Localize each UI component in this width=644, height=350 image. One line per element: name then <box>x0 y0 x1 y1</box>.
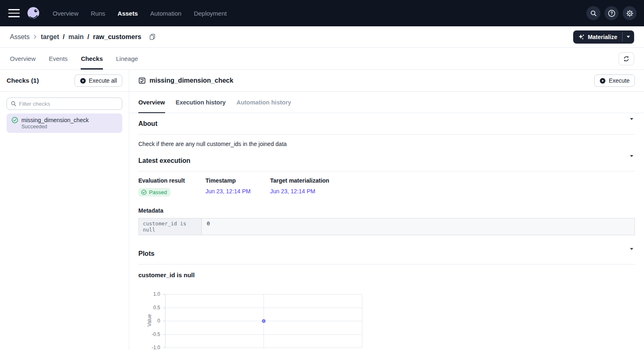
plots-section-header: Plots <box>138 243 635 264</box>
nav-overview[interactable]: Overview <box>53 10 79 17</box>
check-detail-tabs: Overview Execution history Automation hi… <box>129 92 644 113</box>
materialize-dropdown-button[interactable] <box>623 30 634 44</box>
copy-icon <box>149 33 156 40</box>
breadcrumb-slash: / <box>63 33 64 41</box>
chevron-down-icon <box>630 155 633 164</box>
asset-tabs: Overview Events Checks Lineage <box>10 48 138 70</box>
tab-label: Lineage <box>116 55 138 62</box>
checks-sidebar-header: Checks (1) Execute all <box>0 70 129 92</box>
topbar-actions: ? <box>586 6 637 20</box>
materialize-button[interactable]: Materialize <box>573 30 622 44</box>
help-button[interactable]: ? <box>604 6 618 20</box>
nav-deployment[interactable]: Deployment <box>194 10 227 17</box>
y-tick-label: -0.5 <box>138 331 160 337</box>
help-icon: ? <box>608 9 616 17</box>
filter-checks-input[interactable] <box>19 101 118 107</box>
copy-asset-key-button[interactable] <box>149 33 156 40</box>
latest-execution-heading: Latest execution <box>138 157 190 165</box>
nav-assets[interactable]: Assets <box>118 10 138 17</box>
timestamp-link[interactable]: Jun 23, 12:14 PM <box>205 188 251 195</box>
plot-title: customer_id is null <box>138 271 635 278</box>
tab-events[interactable]: Events <box>49 48 68 70</box>
plots-heading: Plots <box>138 250 154 257</box>
breadcrumb-part-main[interactable]: main <box>68 33 84 41</box>
tab-execution-history[interactable]: Execution history <box>176 92 226 113</box>
tab-automation-history[interactable]: Automation history <box>236 92 291 113</box>
passed-label: Passed <box>149 189 167 195</box>
check-success-icon <box>141 190 147 195</box>
data-point <box>262 320 265 322</box>
check-description: Check if there are any null customer_ids… <box>138 140 635 148</box>
materialize-split-button: Materialize <box>573 30 634 44</box>
hamburger-menu-icon[interactable] <box>8 9 20 17</box>
y-tick-label: 0.5 <box>138 305 160 311</box>
tab-lineage[interactable]: Lineage <box>116 48 138 70</box>
tab-label: Checks <box>81 55 103 62</box>
y-axis-line <box>165 294 166 348</box>
collapse-about-button[interactable] <box>628 118 635 129</box>
asset-actions: Materialize <box>573 30 634 44</box>
content-area: Checks (1) Execute all m <box>0 70 644 350</box>
tab-label: Events <box>49 55 68 62</box>
check-name: missing_dimension_check <box>21 117 89 123</box>
chevron-right-icon <box>33 34 37 39</box>
asset-check-icon <box>138 77 146 84</box>
metadata-table: customer_id is null 0 <box>138 218 635 235</box>
check-detail-panel: missing_dimension_check Execute Overview… <box>129 70 644 350</box>
breadcrumb-part-raw-customers: raw_customers <box>93 33 141 41</box>
check-detail-header: missing_dimension_check Execute <box>129 70 644 92</box>
execute-all-label: Execute all <box>89 77 117 84</box>
collapse-latest-execution-button[interactable] <box>628 155 635 166</box>
gridline-horizontal <box>165 348 362 348</box>
column-evaluation-result: Evaluation result <box>138 177 205 184</box>
filter-checks-box <box>7 97 122 110</box>
latest-execution-section-header: Latest execution <box>138 150 635 172</box>
search-button[interactable] <box>586 6 600 20</box>
nav-automation[interactable]: Automation <box>150 10 182 17</box>
check-success-icon <box>12 117 18 123</box>
breadcrumb-assets-link[interactable]: Assets <box>10 33 30 41</box>
dagster-logo-icon[interactable] <box>26 5 42 21</box>
nav-runs[interactable]: Runs <box>91 10 105 17</box>
check-status: Succeeded <box>21 124 117 130</box>
svg-text:?: ? <box>610 11 613 16</box>
gridline-vertical <box>362 294 362 348</box>
gear-icon <box>626 9 634 17</box>
tab-overview[interactable]: Overview <box>10 48 36 70</box>
execute-all-button[interactable]: Execute all <box>75 74 122 87</box>
settings-button[interactable] <box>623 6 637 20</box>
tab-label: Automation history <box>236 99 291 106</box>
play-circle-icon <box>600 78 606 84</box>
check-title: missing_dimension_check <box>149 77 233 84</box>
tab-check-overview[interactable]: Overview <box>138 92 165 113</box>
column-timestamp: Timestamp <box>205 177 270 184</box>
y-tick-label: 0 <box>138 318 160 324</box>
checks-sidebar: Checks (1) Execute all m <box>0 70 129 350</box>
chevron-down-icon <box>630 248 633 257</box>
tab-checks[interactable]: Checks <box>81 48 103 70</box>
tab-label: Overview <box>10 55 36 62</box>
breadcrumb: Assets target / main / raw_customers <box>10 33 156 41</box>
sparkle-icon <box>578 34 585 40</box>
collapse-plots-button[interactable] <box>628 248 635 259</box>
column-target-materialization: Target materialization <box>270 177 635 184</box>
search-icon <box>590 10 597 17</box>
target-materialization-link[interactable]: Jun 23, 12:14 PM <box>270 188 315 195</box>
asset-tabs-row: Overview Events Checks Lineage <box>0 48 644 70</box>
refresh-button[interactable] <box>618 52 634 65</box>
execute-button[interactable]: Execute <box>594 74 635 87</box>
checks-count-title: Checks (1) <box>7 77 39 84</box>
breadcrumb-part-target[interactable]: target <box>41 33 59 41</box>
metadata-value-cell: 0 <box>202 218 635 235</box>
check-detail-body: About Check if there are any null custom… <box>129 113 644 350</box>
breadcrumb-row: Assets target / main / raw_customers <box>0 26 644 48</box>
about-heading: About <box>138 120 157 127</box>
latest-execution-table: Evaluation result Timestamp Target mater… <box>138 177 635 197</box>
search-icon <box>11 101 16 107</box>
check-list-item[interactable]: missing_dimension_check Succeeded <box>7 114 122 133</box>
breadcrumb-slash: / <box>87 33 89 41</box>
value-chart: Value1.00.50-0.5-1.0Jun 23, 12:14 PMJun … <box>138 291 385 350</box>
metadata-key-cell: customer_id is null <box>139 218 202 235</box>
refresh-icon <box>623 56 630 62</box>
top-navigation-bar: Overview Runs Assets Automation Deployme… <box>0 0 644 26</box>
